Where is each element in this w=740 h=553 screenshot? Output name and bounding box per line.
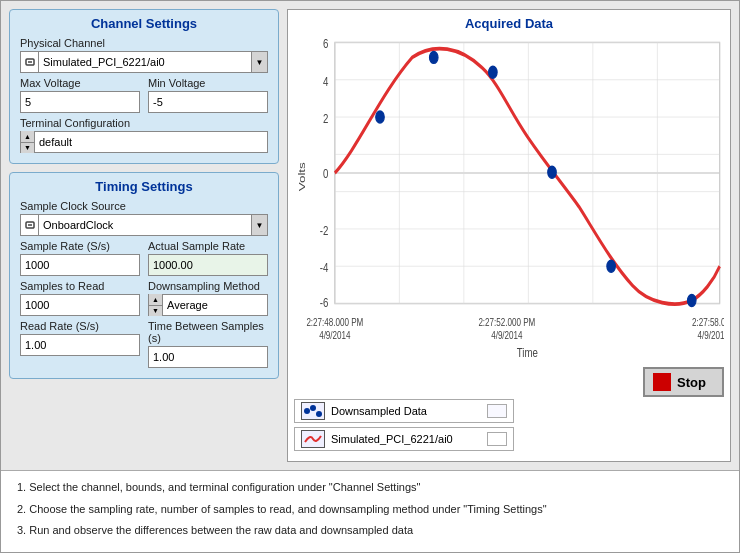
downsampling-spinner-btns[interactable]: ▲ ▼	[149, 294, 163, 316]
min-voltage-input[interactable]	[148, 91, 268, 113]
read-rate-label: Read Rate (S/s)	[20, 320, 140, 332]
terminal-config-up[interactable]: ▲	[21, 131, 34, 143]
svg-text:-4: -4	[320, 260, 329, 275]
chart-svg: 6 4 2 0 -2 -4 -6 Volts	[294, 35, 724, 363]
dot-3	[489, 66, 498, 78]
physical-channel-label: Physical Channel	[20, 37, 268, 49]
legend-color-downsampled	[487, 404, 507, 418]
stop-button[interactable]: Stop	[643, 367, 724, 397]
terminal-config-label: Terminal Configuration	[20, 117, 268, 129]
dot-5	[607, 260, 616, 272]
legend-row: Downsampled Data Simulated_PCI_6221/ai0	[294, 399, 724, 455]
downsampling-up[interactable]: ▲	[149, 294, 162, 306]
svg-text:4/9/2014: 4/9/2014	[698, 329, 724, 342]
instruction-1: 1. Select the channel, bounds, and termi…	[17, 479, 723, 497]
legend-icon-downsampled	[301, 402, 325, 420]
legend-color-simulated	[487, 432, 507, 446]
samples-to-read-col: Samples to Read	[20, 276, 140, 316]
svg-text:Time: Time	[517, 345, 538, 360]
svg-text:Volts: Volts	[296, 162, 307, 191]
sample-rate-col: Sample Rate (S/s)	[20, 236, 140, 276]
downsampling-col: Downsampling Method ▲ ▼ Average	[148, 276, 268, 316]
timing-settings-box: Timing Settings Sample Clock Source Onbo…	[9, 172, 279, 379]
main-container: Channel Settings Physical Channel Simula…	[0, 0, 740, 553]
dot-6	[687, 295, 696, 307]
svg-text:2: 2	[323, 110, 328, 125]
sample-clock-dropdown[interactable]: OnboardClock ▼	[20, 214, 268, 236]
terminal-config-spinner[interactable]: ▲ ▼ default	[20, 131, 268, 153]
physical-channel-icon	[21, 52, 39, 72]
sample-rate-row: Sample Rate (S/s) Actual Sample Rate	[20, 236, 268, 276]
read-rate-col: Read Rate (S/s)	[20, 316, 140, 368]
actual-sample-rate-label: Actual Sample Rate	[148, 240, 268, 252]
instruction-2: 2. Choose the sampling rate, number of s…	[17, 501, 723, 519]
downsampling-down[interactable]: ▼	[149, 306, 162, 317]
actual-sample-rate-col: Actual Sample Rate	[148, 236, 268, 276]
legend-item-simulated: Simulated_PCI_6221/ai0	[294, 427, 514, 451]
timing-settings-title: Timing Settings	[20, 179, 268, 194]
svg-text:6: 6	[323, 36, 328, 51]
chart-title: Acquired Data	[294, 16, 724, 31]
min-voltage-label: Min Voltage	[148, 77, 268, 89]
terminal-config-down[interactable]: ▼	[21, 143, 34, 154]
left-panel: Channel Settings Physical Channel Simula…	[9, 9, 279, 462]
svg-text:2:27:58.000: 2:27:58.000	[692, 316, 724, 329]
chart-box: Acquired Data	[287, 9, 731, 462]
max-voltage-input[interactable]	[20, 91, 140, 113]
legend-item-downsampled: Downsampled Data	[294, 399, 514, 423]
stop-label: Stop	[677, 375, 706, 390]
samples-downsampling-row: Samples to Read Downsampling Method ▲ ▼ …	[20, 276, 268, 316]
physical-channel-arrow[interactable]: ▼	[251, 52, 267, 72]
stop-row: Stop	[294, 363, 724, 399]
max-voltage-label: Max Voltage	[20, 77, 140, 89]
min-voltage-col: Min Voltage	[148, 73, 268, 113]
channel-settings-box: Channel Settings Physical Channel Simula…	[9, 9, 279, 164]
svg-point-36	[304, 408, 310, 414]
svg-text:0: 0	[323, 166, 329, 181]
sample-clock-icon	[21, 215, 39, 235]
svg-point-38	[316, 411, 322, 417]
svg-text:4/9/2014: 4/9/2014	[319, 329, 351, 342]
sample-clock-value: OnboardClock	[39, 219, 251, 231]
terminal-config-spinner-btns[interactable]: ▲ ▼	[21, 131, 35, 153]
svg-text:-2: -2	[320, 222, 329, 237]
svg-text:2:27:52.000 PM: 2:27:52.000 PM	[478, 316, 535, 329]
physical-channel-dropdown[interactable]: Simulated_PCI_6221/ai0 ▼	[20, 51, 268, 73]
dot-1	[376, 111, 385, 123]
instruction-3: 3. Run and observe the differences betwe…	[17, 522, 723, 540]
terminal-config-value: default	[35, 136, 267, 148]
samples-to-read-label: Samples to Read	[20, 280, 140, 292]
read-rate-row: Read Rate (S/s) Time Between Samples (s)	[20, 316, 268, 368]
downsampling-spinner[interactable]: ▲ ▼ Average	[148, 294, 268, 316]
actual-sample-rate-input[interactable]	[148, 254, 268, 276]
chart-area: 6 4 2 0 -2 -4 -6 Volts	[294, 35, 724, 363]
sample-clock-arrow[interactable]: ▼	[251, 215, 267, 235]
right-panel: Acquired Data	[287, 9, 731, 462]
physical-channel-value: Simulated_PCI_6221/ai0	[39, 56, 251, 68]
time-between-input[interactable]	[148, 346, 268, 368]
dot-2	[429, 51, 438, 63]
stop-icon	[653, 373, 671, 391]
sample-rate-input[interactable]	[20, 254, 140, 276]
time-between-col: Time Between Samples (s)	[148, 316, 268, 368]
channel-settings-title: Channel Settings	[20, 16, 268, 31]
read-rate-input[interactable]	[20, 334, 140, 356]
instructions: 1. Select the channel, bounds, and termi…	[1, 470, 739, 552]
downsampling-value: Average	[163, 299, 267, 311]
svg-text:4/9/2014: 4/9/2014	[491, 329, 523, 342]
max-voltage-col: Max Voltage	[20, 73, 140, 113]
svg-text:2:27:48.000 PM: 2:27:48.000 PM	[306, 316, 363, 329]
legend-label-downsampled: Downsampled Data	[331, 405, 481, 417]
sample-clock-label: Sample Clock Source	[20, 200, 268, 212]
downsampling-label: Downsampling Method	[148, 280, 268, 292]
svg-point-37	[310, 405, 316, 411]
dot-4	[548, 166, 557, 178]
legend-icon-simulated	[301, 430, 325, 448]
top-section: Channel Settings Physical Channel Simula…	[1, 1, 739, 470]
sample-rate-label: Sample Rate (S/s)	[20, 240, 140, 252]
samples-to-read-input[interactable]	[20, 294, 140, 316]
legend-label-simulated: Simulated_PCI_6221/ai0	[331, 433, 481, 445]
voltage-row: Max Voltage Min Voltage	[20, 73, 268, 113]
svg-text:4: 4	[323, 73, 329, 88]
svg-text:-6: -6	[320, 294, 329, 309]
